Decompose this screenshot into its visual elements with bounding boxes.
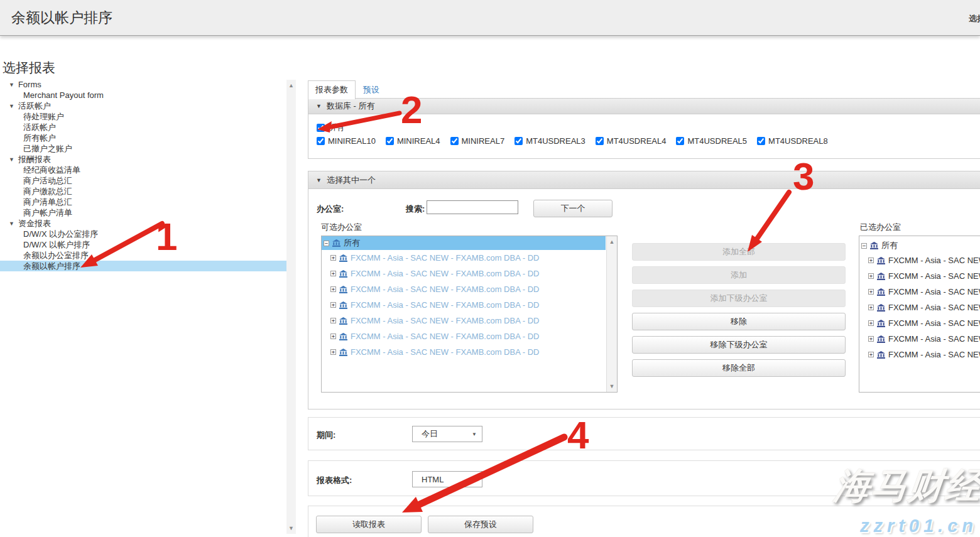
header-link[interactable]: 选择 (969, 13, 980, 24)
db-all-checkbox-row[interactable]: 所有 (317, 122, 344, 133)
db-checkbox[interactable] (757, 137, 765, 145)
expand-box-icon[interactable]: + (868, 320, 874, 326)
expand-box-icon[interactable]: + (868, 305, 874, 310)
expand-box-icon[interactable]: + (868, 258, 874, 263)
office-row[interactable]: +FXCMM - Asia - SAC NEW - FXAMB.com DBA … (859, 284, 980, 300)
report-tree: ▼Forms Merchant Payout form ▼活跃帐户 待处理账户 … (0, 79, 286, 271)
office-root-row[interactable]: − 所有 (859, 239, 980, 252)
tree-item[interactable]: 已撤户之账户 (0, 143, 286, 154)
scroll-down-icon[interactable]: ▼ (607, 383, 617, 389)
expand-box-icon[interactable]: + (330, 271, 336, 276)
remove-button[interactable]: 移除 (632, 313, 846, 330)
expand-box-icon[interactable]: + (868, 336, 874, 342)
list-scrollbar[interactable]: ▲ ▼ (606, 236, 617, 392)
tree-item[interactable]: D/W/X 以帐户排序 (0, 239, 286, 250)
tree-item[interactable]: 商户活动总汇 (0, 175, 286, 186)
expand-box-icon[interactable]: + (330, 334, 336, 339)
available-offices-list: − 所有 +FXCMM - Asia - SAC NEW - FXAMB.com… (321, 236, 618, 393)
office-row[interactable]: +FXCMM - Asia - SAC NEW - FXAMB.com DBA … (322, 281, 617, 297)
save-preset-button[interactable]: 保存预设 (428, 516, 533, 533)
collapse-icon[interactable]: ▼ (9, 220, 14, 227)
office-section-header[interactable]: ▼ 选择其中一个 (308, 171, 980, 189)
office-row[interactable]: +FXCMM - Asia - SAC NEW - FXAMB.com DBA … (322, 250, 617, 266)
office-row[interactable]: +FXCMM - Asia - SAC NEW - FXAMB.com DBA … (859, 331, 980, 347)
tree-item-selected[interactable]: 余额以帐户排序 (0, 261, 286, 271)
office-row[interactable]: +FXCMM - Asia - SAC NEW - FXAMB.com DBA … (859, 300, 980, 315)
db-checkbox[interactable] (450, 137, 459, 145)
tree-item[interactable]: 余额以办公室排序 (0, 250, 286, 261)
search-input[interactable] (427, 200, 518, 214)
db-checkbox-row: MINIREAL10 MINIREAL4 MINIREAL7 MT4USDREA… (317, 136, 828, 146)
expand-box-icon[interactable]: + (330, 302, 336, 308)
db-checkbox[interactable] (676, 137, 684, 145)
page-scrollbar[interactable]: ▲ ▼ (286, 80, 296, 534)
scroll-up-icon[interactable]: ▲ (607, 239, 617, 245)
office-row[interactable]: +FXCMM - Asia - SAC NEW - FXAMB.com DBA … (322, 266, 617, 281)
expand-box-icon[interactable]: + (330, 318, 336, 323)
database-section-header[interactable]: ▼ 数据库 - 所有 (308, 99, 980, 114)
tab-presets[interactable]: 预设 (363, 84, 379, 95)
bank-icon (877, 273, 885, 280)
expand-box-icon[interactable]: + (330, 349, 336, 355)
office-row[interactable]: +FXCMM - Asia - SAC NEW - FXAMB.com DBA … (859, 268, 980, 284)
tree-item[interactable]: 商户缴款总汇 (0, 186, 286, 197)
db-checkbox[interactable] (596, 137, 604, 145)
tree-item[interactable]: 待处理账户 (0, 111, 286, 122)
period-select[interactable]: 今日 ▼ (412, 426, 482, 442)
office-row[interactable]: +FXCMM - Asia - SAC NEW - FXAMB.com DBA … (322, 297, 617, 313)
remove-suboffices-button[interactable]: 移除下级办公室 (632, 336, 846, 354)
expand-box-icon[interactable]: + (330, 286, 336, 292)
collapse-icon[interactable]: ▼ (9, 156, 14, 163)
expand-box-icon[interactable]: + (868, 289, 874, 295)
tree-item[interactable]: 商户清单总汇 (0, 197, 286, 207)
tab-report-params[interactable]: 报表参数 (308, 80, 356, 99)
db-checkbox[interactable] (514, 137, 523, 145)
office-row[interactable]: +FXCMM - Asia - SAC NEW - FXAMB.com DBA … (859, 252, 980, 268)
office-row[interactable]: +FXCMM - Asia - SAC NEW - FXAMB.com DBA … (859, 347, 980, 362)
dropdown-icon: ▼ (472, 431, 477, 437)
add-button[interactable]: 添加 (632, 266, 846, 284)
office-root-row[interactable]: − 所有 (322, 236, 606, 250)
load-report-button[interactable]: 读取报表 (316, 516, 422, 533)
db-checkbox[interactable] (317, 137, 325, 145)
add-suboffices-button[interactable]: 添加下级办公室 (632, 290, 846, 307)
tree-group[interactable]: ▼报酬报表 (0, 154, 286, 165)
office-row[interactable]: +FXCMM - Asia - SAC NEW - FXAMB.com DBA … (322, 344, 617, 360)
tree-item[interactable]: D/W/X 以办公室排序 (0, 229, 286, 239)
scroll-down-icon[interactable]: ▼ (286, 525, 296, 531)
tree-group[interactable]: ▼资金报表 (0, 218, 286, 229)
tree-item[interactable]: 经纪商收益清单 (0, 165, 286, 175)
next-button[interactable]: 下一个 (533, 200, 612, 217)
expand-box-icon[interactable]: + (330, 255, 336, 261)
tree-group[interactable]: ▼Forms (0, 79, 286, 90)
tree-item[interactable]: 商户帐户清单 (0, 207, 286, 218)
bank-icon (877, 320, 885, 327)
add-all-button[interactable]: 添加全部 (632, 243, 846, 261)
page-header: 余额以帐户排序 选择 (0, 0, 980, 36)
selected-offices-list: − 所有 +FXCMM - Asia - SAC NEW - FXAMB.com… (859, 236, 980, 393)
office-row[interactable]: +FXCMM - Asia - SAC NEW - FXAMB.com DBA … (322, 328, 617, 344)
collapse-icon[interactable]: ▼ (9, 82, 14, 88)
bank-icon (877, 335, 885, 343)
bank-icon (339, 349, 347, 356)
tree-item[interactable]: 活跃帐户 (0, 122, 286, 133)
collapse-icon[interactable]: ▼ (9, 103, 14, 109)
tree-item[interactable]: 所有帐户 (0, 133, 286, 143)
bank-icon (877, 304, 885, 312)
collapse-box-icon[interactable]: − (861, 243, 867, 249)
db-checkbox[interactable] (386, 137, 394, 145)
expand-box-icon[interactable]: + (868, 273, 874, 279)
bank-icon (877, 351, 885, 359)
db-all-checkbox[interactable] (317, 124, 325, 132)
format-label: 报表格式: (317, 475, 352, 486)
remove-all-button[interactable]: 移除全部 (632, 359, 846, 377)
tree-item[interactable]: Merchant Payout form (0, 90, 286, 100)
format-select[interactable]: HTML ▼ (412, 471, 482, 487)
office-section: ▼ 选择其中一个 办公室: 搜索: 下一个 可选办公室 − 所有 +FXCMM … (308, 171, 980, 410)
tree-group[interactable]: ▼活跃帐户 (0, 100, 286, 111)
scroll-up-icon[interactable]: ▲ (286, 82, 296, 89)
collapse-box-icon[interactable]: − (324, 241, 329, 246)
office-row[interactable]: +FXCMM - Asia - SAC NEW - FXAMB.com DBA … (859, 315, 980, 331)
expand-box-icon[interactable]: + (868, 352, 874, 357)
office-row[interactable]: +FXCMM - Asia - SAC NEW - FXAMB.com DBA … (322, 313, 617, 328)
